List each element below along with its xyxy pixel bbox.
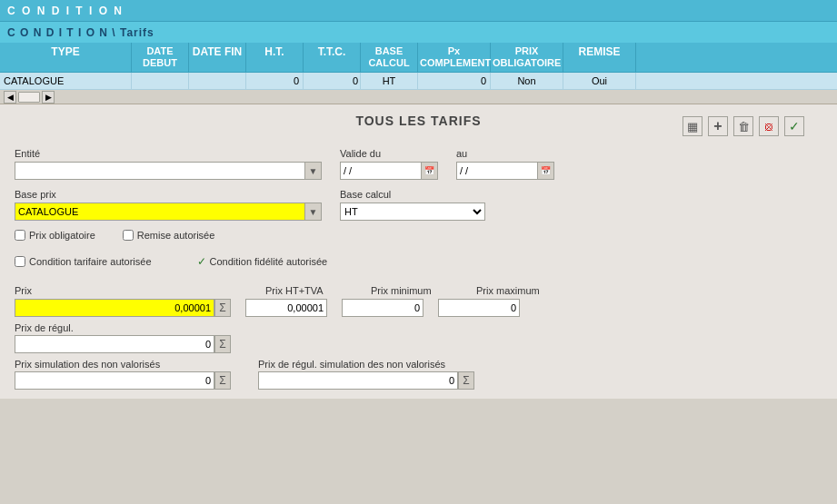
prix-regul-simulation-label: Prix de régul. simulation des non valori… bbox=[258, 359, 474, 370]
condition-tarifaire-row: Condition tarifaire autorisée bbox=[15, 255, 152, 268]
au-label: au bbox=[456, 148, 554, 159]
prix-simulation-input[interactable] bbox=[15, 371, 214, 390]
entite-input[interactable] bbox=[15, 162, 305, 180]
prix-minimum-label: Prix minimum bbox=[371, 285, 432, 296]
prix-ht-tva-label: Prix HT+TVA bbox=[265, 285, 324, 296]
prix-ht-tva-wrapper bbox=[245, 299, 327, 317]
base-calcul-group: Base calcul HT TTC PMP bbox=[340, 189, 485, 221]
prix-simulation-sigma-btn[interactable]: Σ bbox=[214, 371, 231, 390]
valide-du-input[interactable] bbox=[340, 162, 422, 180]
prix-minimum-input[interactable] bbox=[342, 299, 423, 317]
scroll-right-btn[interactable]: ▶ bbox=[42, 91, 55, 104]
prix-regul-simulation-input-wrapper: Σ bbox=[258, 371, 474, 390]
remise-autorisee-row: Remise autorisée bbox=[123, 230, 215, 241]
cell-ht: 0 bbox=[246, 73, 304, 89]
main-content: TOUS LES TARIFS ▦ + 🗑 ⦻ ✓ Entité ▼ Valid… bbox=[0, 104, 837, 399]
prix-simulation-input-wrapper: Σ bbox=[15, 371, 231, 390]
prix-regul-group: Prix de régul. Σ bbox=[15, 322, 822, 353]
col-header-prix-obl: PRIX OBLIGATOIRE bbox=[491, 43, 563, 72]
app-title: C O N D I T I O N bbox=[7, 5, 124, 17]
checkbox-row-2: Condition tarifaire autorisée ✓ Conditio… bbox=[15, 255, 822, 275]
prix-labels-row: Prix Prix HT+TVA Prix minimum Prix maxim… bbox=[15, 284, 822, 297]
prix-regul-input[interactable] bbox=[15, 335, 214, 353]
breadcrumb-text: C O N D I T I O N \ Tarifs bbox=[7, 26, 154, 39]
col-header-date-debut: DATE DEBUT bbox=[132, 43, 189, 72]
prix-obligatoire-row: Prix obligatoire bbox=[15, 230, 95, 241]
col-header-ttc: T.T.C. bbox=[304, 43, 361, 72]
prix-regul-simulation-input[interactable] bbox=[258, 371, 458, 390]
prix-sigma-btn[interactable]: Σ bbox=[214, 299, 231, 317]
scroll-controls[interactable]: ◀ ▶ bbox=[4, 91, 55, 104]
toolbar: ▦ + 🗑 ⦻ ✓ bbox=[683, 116, 804, 136]
remise-autorisee-label: Remise autorisée bbox=[137, 230, 215, 241]
prix-regul-simulation-group: Prix de régul. simulation des non valori… bbox=[258, 359, 474, 390]
prix-minimum-wrapper bbox=[342, 299, 423, 317]
prix-simulation-label: Prix simulation des non valorisés bbox=[15, 359, 231, 370]
au-input-wrapper: 📅 bbox=[456, 162, 554, 180]
valide-du-input-wrapper: 📅 bbox=[340, 162, 438, 180]
add-icon[interactable]: + bbox=[708, 116, 728, 136]
base-calcul-label: Base calcul bbox=[340, 189, 485, 200]
section-header: TOUS LES TARIFS ▦ + 🗑 ⦻ ✓ bbox=[15, 114, 822, 139]
prix-input[interactable] bbox=[15, 299, 214, 317]
prix-maximum-wrapper bbox=[438, 299, 520, 317]
base-prix-group: Base prix ▼ bbox=[15, 189, 322, 221]
prix-obligatoire-checkbox[interactable] bbox=[15, 230, 25, 241]
prix-input-wrapper: Σ bbox=[15, 299, 231, 317]
condition-tarifaire-label: Condition tarifaire autorisée bbox=[29, 256, 152, 267]
condition-fidelite-row: ✓ Condition fidélité autorisée bbox=[197, 255, 328, 268]
valide-du-group: Valide du 📅 bbox=[340, 148, 438, 180]
prix-regul-input-wrapper: Σ bbox=[15, 335, 822, 353]
col-header-base: BASE CALCUL bbox=[361, 43, 418, 72]
title-bar: C O N D I T I O N bbox=[0, 0, 837, 22]
valide-du-label: Valide du bbox=[340, 148, 438, 159]
cell-remise: Oui bbox=[563, 73, 636, 89]
base-prix-input-wrapper: ▼ bbox=[15, 203, 322, 221]
entite-label: Entité bbox=[15, 148, 322, 159]
au-group: au 📅 bbox=[456, 148, 554, 180]
table-row[interactable]: CATALOGUE 0 0 HT 0 Non Oui bbox=[0, 73, 837, 90]
checkbox-row-1: Prix obligatoire Remise autorisée bbox=[15, 230, 822, 248]
au-calendar-btn[interactable]: 📅 bbox=[538, 162, 554, 180]
delete-icon[interactable]: 🗑 bbox=[733, 116, 753, 136]
cell-type: CATALOGUE bbox=[0, 73, 132, 89]
table-header: TYPE DATE DEBUT DATE FIN H.T. T.T.C. BAS… bbox=[0, 43, 837, 73]
base-prix-label: Base prix bbox=[15, 189, 322, 200]
cell-base-calcul: HT bbox=[361, 73, 418, 89]
entite-btn[interactable]: ▼ bbox=[305, 162, 322, 180]
condition-tarifaire-checkbox[interactable] bbox=[15, 256, 25, 267]
base-prix-input[interactable] bbox=[15, 203, 305, 221]
base-prix-btn[interactable]: ▼ bbox=[305, 203, 322, 221]
prix-regul-simulation-sigma-btn[interactable]: Σ bbox=[458, 371, 474, 390]
prix-simulation-group: Prix simulation des non valorisés Σ bbox=[15, 359, 231, 390]
entite-group: Entité ▼ bbox=[15, 148, 322, 180]
col-header-ht: H.T. bbox=[246, 43, 304, 72]
valide-du-calendar-btn[interactable]: 📅 bbox=[422, 162, 438, 180]
cell-date-fin bbox=[189, 73, 246, 89]
base-calcul-select[interactable]: HT TTC PMP bbox=[340, 203, 485, 221]
col-header-date-fin: DATE FIN bbox=[189, 43, 246, 72]
scroll-left-btn[interactable]: ◀ bbox=[4, 91, 16, 104]
scroll-track[interactable] bbox=[18, 92, 40, 103]
prix-maximum-label: Prix maximum bbox=[476, 285, 540, 296]
au-input[interactable] bbox=[456, 162, 538, 180]
remise-autorisee-checkbox[interactable] bbox=[123, 230, 134, 241]
condition-fidelite-check: ✓ bbox=[197, 255, 206, 268]
horizontal-scrollbar[interactable]: ◀ ▶ bbox=[0, 90, 837, 104]
cell-date-debut bbox=[132, 73, 189, 89]
prix-maximum-input[interactable] bbox=[438, 299, 520, 317]
col-header-type: TYPE bbox=[0, 43, 132, 72]
col-header-px: Px COMPLEMENT bbox=[418, 43, 491, 72]
section-title: TOUS LES TARIFS bbox=[355, 114, 481, 128]
prix-inputs-row: Σ bbox=[15, 299, 822, 317]
bottom-row: Prix simulation des non valorisés Σ Prix… bbox=[15, 359, 822, 390]
cancel-icon[interactable]: ⦻ bbox=[759, 116, 779, 136]
prix-regul-label: Prix de régul. bbox=[15, 322, 822, 333]
confirm-icon[interactable]: ✓ bbox=[784, 116, 804, 136]
copy-icon[interactable]: ▦ bbox=[683, 116, 702, 136]
prix-ht-tva-input[interactable] bbox=[245, 299, 327, 317]
prix-regul-sigma-btn[interactable]: Σ bbox=[214, 335, 231, 353]
cell-prix-obligatoire: Non bbox=[491, 73, 563, 89]
col-header-remise: REMISE bbox=[563, 43, 636, 72]
cell-px-complement: 0 bbox=[418, 73, 491, 89]
